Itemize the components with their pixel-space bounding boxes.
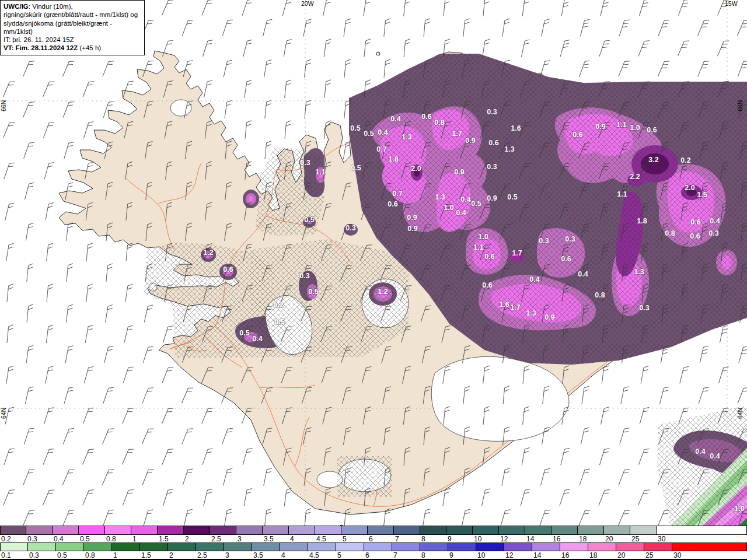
colorbar-cell bbox=[473, 526, 499, 534]
precip-value-label: 1.8 bbox=[388, 155, 398, 163]
precip-value-label: 0.4 bbox=[252, 335, 262, 343]
colorbar-sleet-snow-labels: 0.20.30.40.50.811.522.533.544.5567891012… bbox=[0, 535, 747, 542]
colorbar-tick-label: 0.1 bbox=[1, 551, 11, 559]
colorbar-panel: 0.20.30.40.50.811.522.533.544.5567891012… bbox=[0, 526, 747, 560]
colorbar-cell bbox=[112, 543, 140, 551]
colorbar-cell bbox=[499, 526, 525, 534]
legend-line-3: slydda/snjókoma (grátt/bleikt/grænt - mm… bbox=[4, 19, 141, 36]
precip-value-label: 3.2 bbox=[648, 156, 658, 164]
colorbar-cell bbox=[224, 543, 252, 551]
colorbar-cell bbox=[578, 526, 604, 534]
colorbar-cell bbox=[551, 526, 578, 534]
colorbar-tick-label: 30 bbox=[658, 535, 665, 543]
precip-value-label: 0.5 bbox=[351, 164, 361, 172]
graticule-label: 64N bbox=[736, 408, 743, 419]
precip-value-label: 0.7 bbox=[376, 145, 386, 153]
colorbar-tick-label: 1.5 bbox=[159, 535, 169, 543]
colorbar-rain bbox=[0, 542, 747, 551]
precip-value-label: 0.9 bbox=[595, 123, 605, 131]
precip-value-label: 0.6 bbox=[690, 232, 700, 240]
precip-value-label: 1.7 bbox=[452, 130, 462, 138]
colorbar-cell bbox=[184, 526, 210, 534]
colorbar-tick-label: 16 bbox=[561, 551, 569, 559]
precip-value-label: 0.9 bbox=[454, 168, 464, 176]
colorbar-cell bbox=[289, 526, 315, 534]
colorbar-tick-label: 4 bbox=[281, 551, 285, 559]
colorbar-tick-label: 18 bbox=[589, 551, 597, 559]
precip-value-label: 0.8 bbox=[434, 118, 444, 127]
precip-value-label: 0.6 bbox=[647, 126, 657, 134]
colorbar-tick-label: 0.8 bbox=[106, 535, 116, 543]
precip-value-label: 0.4 bbox=[456, 209, 466, 217]
colorbar-cell bbox=[196, 543, 224, 551]
colorbar-cell bbox=[560, 543, 588, 551]
precip-value-label: 0.5 bbox=[350, 124, 360, 132]
precip-value-label: 2.0 bbox=[411, 164, 421, 173]
colorbar-cell bbox=[336, 543, 364, 551]
colorbar-cell bbox=[252, 543, 280, 551]
colorbar-cell bbox=[616, 543, 644, 551]
graticule-label: 66N bbox=[0, 100, 7, 111]
precip-value-label: 0.4 bbox=[578, 270, 588, 278]
precip-value-label: 0.2 bbox=[273, 301, 283, 309]
precip-value-label: 1.1 bbox=[617, 190, 627, 198]
iceland-weather-forecast-map: 0.50.50.40.41.30.60.81.70.90.31.60.61.30… bbox=[0, 0, 747, 560]
colorbar-cell bbox=[532, 543, 560, 551]
graticule-label: 15W bbox=[725, 0, 738, 7]
precip-value-label: 1.3 bbox=[435, 193, 445, 201]
colorbar-tick-label: 2 bbox=[169, 551, 173, 559]
precip-value-label: 0.9 bbox=[465, 136, 475, 145]
legend-line-2: rigning/skúrir (grænt/blátt/rautt - mm/1… bbox=[4, 10, 141, 19]
colorbar-tick-label: 20 bbox=[605, 535, 613, 543]
precip-value-label: 0.3 bbox=[708, 229, 718, 237]
precip-value-label: 0.5 bbox=[364, 130, 374, 138]
precip-value-label: 1.7 bbox=[512, 249, 522, 257]
colorbar-cell bbox=[657, 526, 747, 534]
colorbar-tick-label: 0.2 bbox=[1, 535, 11, 543]
colorbar-tick-label: 3 bbox=[225, 551, 229, 559]
colorbar-tick-label: 14 bbox=[533, 551, 541, 559]
precip-value-label: 0.5 bbox=[308, 288, 318, 296]
colorbar-cell bbox=[446, 526, 473, 534]
precip-value-label: 0.3 bbox=[539, 237, 549, 245]
precip-value-label: 1.0 bbox=[478, 233, 488, 241]
colorbar-tick-label: 0.4 bbox=[54, 535, 64, 543]
precip-value-label: 0.3 bbox=[639, 304, 649, 312]
colorbar-cell bbox=[0, 543, 28, 551]
precip-value-label: 1.2 bbox=[378, 288, 388, 296]
colorbar-tick-label: 4.5 bbox=[309, 551, 319, 559]
colorbar-tick-label: 14 bbox=[526, 535, 534, 543]
colorbar-tick-label: 4 bbox=[290, 535, 294, 543]
precip-value-label: 0.8 bbox=[595, 291, 605, 299]
colorbar-cell bbox=[672, 543, 747, 551]
colorbar-tick-label: 5 bbox=[343, 535, 347, 543]
colorbar-rain-labels: 0.10.30.50.811.522.533.544.5567891012141… bbox=[0, 551, 747, 559]
graticule-label: 66N bbox=[736, 100, 743, 111]
precip-value-label: 1.3 bbox=[504, 145, 514, 153]
precip-value-label: 0.7 bbox=[392, 190, 402, 198]
colorbar-tick-label: 20 bbox=[617, 551, 625, 559]
colorbar-cell bbox=[280, 543, 308, 551]
legend-init-time: IT: þri. 26. 11. 2024 15Z bbox=[4, 36, 141, 44]
colorbar-tick-label: 12 bbox=[505, 551, 513, 559]
colorbar-cell bbox=[84, 543, 112, 551]
precip-value-label: 1.1 bbox=[616, 121, 626, 129]
colorbar-tick-label: 25 bbox=[631, 535, 639, 543]
precip-value-label: 0.4 bbox=[390, 115, 400, 123]
colorbar-tick-label: 5 bbox=[337, 551, 341, 559]
colorbar-tick-label: 30 bbox=[673, 551, 681, 559]
colorbar-cell bbox=[0, 526, 26, 534]
colorbar-sleet-snow bbox=[0, 526, 747, 535]
colorbar-cell bbox=[368, 526, 394, 534]
colorbar-cell bbox=[448, 543, 476, 551]
precip-value-label: 2.2 bbox=[630, 173, 640, 181]
colorbar-cell bbox=[604, 526, 630, 534]
colorbar-cell bbox=[394, 526, 420, 534]
precip-value-label: 1.3 bbox=[634, 268, 644, 276]
colorbar-cell bbox=[131, 526, 158, 534]
colorbar-tick-label: 25 bbox=[645, 551, 653, 559]
precip-value-label: 0.6 bbox=[573, 131, 582, 139]
colorbar-cell bbox=[79, 526, 105, 534]
colorbar-tick-label: 18 bbox=[579, 535, 587, 543]
colorbar-tick-label: 3.5 bbox=[264, 535, 274, 543]
